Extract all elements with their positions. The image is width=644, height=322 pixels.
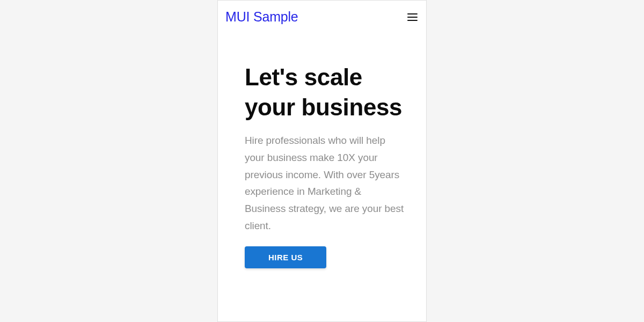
hero-section: Let's scale your business Hire professio…	[218, 32, 426, 268]
app-logo[interactable]: MUI Sample	[225, 9, 298, 25]
app-header: MUI Sample	[218, 1, 426, 32]
hero-subtitle: Hire professionals who will help your bu…	[245, 132, 405, 235]
hire-us-button[interactable]: HIRE US	[245, 246, 326, 268]
hamburger-menu-icon[interactable]	[406, 12, 419, 22]
mobile-viewport: MUI Sample Let's scale your business Hir…	[217, 0, 427, 322]
hero-title: Let's scale your business	[245, 62, 405, 122]
